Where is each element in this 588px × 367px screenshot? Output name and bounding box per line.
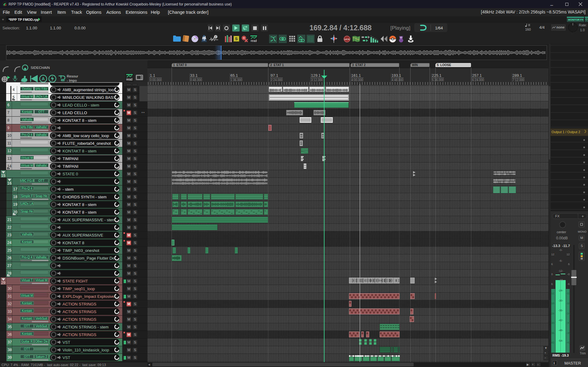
svg-text:A: A xyxy=(42,76,45,81)
